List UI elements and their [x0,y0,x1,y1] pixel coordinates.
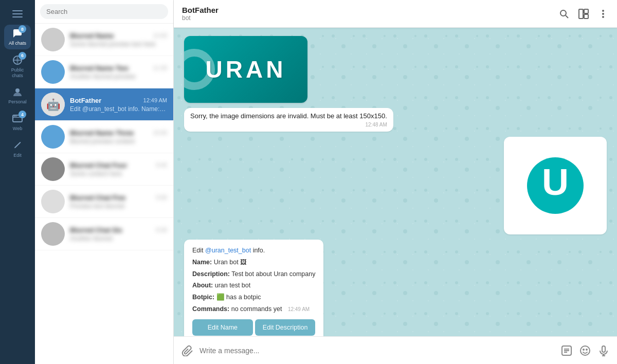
card-commands: Commands: no commands yet 12:49 AM [192,304,315,314]
sidebar-all-chats[interactable]: 8 All chats [4,25,31,49]
chat-header-info: BotFather bot [182,6,558,22]
bot-info-card: Edit @uran_test_bot info. Name: Uran bot… [184,240,323,336]
messages-area[interactable]: URAN Sorry, the image dimensions are inv… [174,28,617,336]
chat-name: Blurred Chat Five [70,194,125,202]
svg-point-8 [14,116,15,117]
chat-header: BotFather bot [174,0,617,28]
chat-time: 8:30 [156,227,167,233]
edit-label: Edit [13,153,22,158]
svg-point-18 [602,13,604,15]
chat-name: Blurred Chat Four [70,161,127,169]
avatar [41,157,65,181]
svg-line-13 [566,15,568,18]
uran-text: URAN [206,56,286,83]
search-input[interactable] [40,4,168,19]
error-bubble: Sorry, the image dimensions are invalid.… [184,108,393,132]
svg-point-19 [602,16,604,18]
message-input[interactable] [199,347,554,355]
chat-time: 12:00 [153,32,167,39]
message-error: Sorry, the image dimensions are invalid.… [184,108,607,132]
edit-name-button[interactable]: Edit Name [192,319,253,336]
chat-preview: Another blurred [70,235,167,242]
message-uran-logo: U [184,137,607,234]
svg-rect-0 [12,10,23,11]
chat-item-blurred-4[interactable]: Blurred Chat Four 9:45 Some content here [35,153,173,186]
chat-item-blurred-1[interactable]: Blurred Name 12:00 Some blurred preview … [35,24,173,56]
personal-label: Personal [8,99,27,105]
public-chats-label: Public chats [6,67,29,79]
sidebar: 8 All chats 6 Public chats Personal [0,0,35,364]
svg-point-27 [583,349,584,350]
error-time: 12:48 AM [190,122,387,128]
card-name: Name: Uran bot 🖼 [192,258,315,267]
svg-rect-15 [584,9,588,13]
chat-list-panel: Blurred Name 12:00 Some blurred preview … [35,0,174,364]
sidebar-web[interactable]: 4 Web [4,110,31,135]
more-options-button[interactable] [597,8,609,20]
svg-point-17 [602,10,604,12]
edit-icon [12,140,23,151]
avatar [41,125,65,149]
svg-rect-29 [602,346,605,352]
chat-header-name: BotFather [182,6,558,14]
chat-time: 11:30 [153,65,167,71]
svg-rect-14 [579,9,583,19]
card-botpic: Botpic: 🟩 has a botpic [192,293,315,302]
message-bot-info: Edit @uran_test_bot info. Name: Uran bot… [184,240,607,336]
menu-icon [12,8,23,20]
chat-time: 9:00 [156,194,167,201]
sidebar-edit[interactable]: Edit [4,137,31,161]
uran-logo-card: U [504,137,607,234]
main-chat: BotFather bot [174,0,617,364]
chat-name: Blurred Name Three [70,129,134,137]
svg-rect-1 [12,13,23,14]
sidebar-personal[interactable]: Personal [4,83,31,108]
chat-item-blurred-6[interactable]: Blurred Chat Six 8:30 Another blurred [35,218,173,250]
emoji-button[interactable] [579,344,591,357]
personal-icon [12,86,23,98]
search-button[interactable] [558,8,570,20]
chat-item-botfather[interactable]: 🤖 BotFather 12:49 AM Edit @uran_test_bot… [35,88,173,121]
chat-name: Blurred Name Two [70,64,129,72]
svg-point-9 [15,116,16,117]
search-bar [35,0,173,24]
card-header: Edit @uran_test_bot info. [192,246,315,256]
chat-item-blurred-2[interactable]: Blurred Name Two 11:30 Another blurred p… [35,56,173,88]
message-uran-text-image: URAN [184,36,607,103]
chat-preview: Preview text blurred [70,203,167,210]
svg-point-12 [560,10,566,16]
layout-button[interactable] [578,8,589,20]
avatar [41,222,65,246]
uran-text-image: URAN [184,36,307,103]
edit-description-button[interactable]: Edit Description [255,319,316,336]
card-about: About: uran test bot [192,281,315,290]
sidebar-menu[interactable] [4,5,31,23]
bot-buttons-grid: Edit Name Edit Description Edit About Ed… [192,319,315,337]
chat-name: Blurred Name [70,32,114,40]
chat-preview: Blurred preview content [70,138,167,145]
all-chats-label: All chats [9,41,26,46]
svg-point-26 [580,346,590,355]
chat-header-actions [558,8,609,20]
svg-text:U: U [542,161,569,203]
chat-preview: Some content here [70,170,167,177]
attachment-button[interactable] [181,344,193,357]
public-chats-icon: 6 [12,54,23,66]
chat-item-blurred-3[interactable]: Blurred Name Three 10:00 Blurred preview… [35,121,173,153]
chat-item-blurred-5[interactable]: Blurred Chat Five 9:00 Preview text blur… [35,186,173,218]
avatar: 🤖 [41,93,65,116]
chat-time: 10:00 [153,130,167,136]
avatar [41,190,65,213]
sidebar-public-chats[interactable]: 6 Public chats [4,51,31,82]
avatar [41,28,65,51]
chat-header-status: bot [182,14,558,22]
input-bar [174,336,617,364]
web-label: Web [13,126,22,132]
avatar [41,60,65,84]
chat-name: Blurred Chat Six [70,226,122,234]
command-button[interactable] [560,344,573,357]
error-text: Sorry, the image dimensions are invalid.… [190,112,387,120]
microphone-button[interactable] [597,344,610,357]
svg-point-5 [15,88,20,93]
uran-logo-svg: U [524,155,586,216]
